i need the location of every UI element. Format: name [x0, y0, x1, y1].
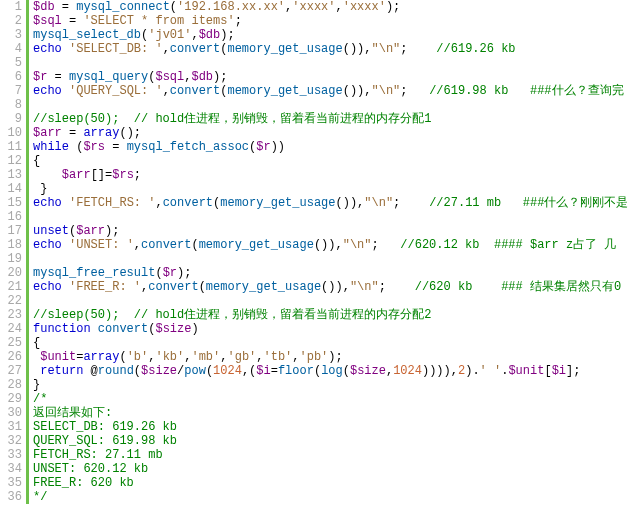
code-line: 25{: [0, 336, 628, 350]
token-k: array: [83, 126, 119, 140]
code-line: 26 $unit=array('b','kb','mb','gb','tb','…: [0, 350, 628, 364]
line-number: 14: [0, 182, 26, 196]
code-content: FREE_R: 620 kb: [29, 476, 628, 490]
code-line: 12{: [0, 154, 628, 168]
code-line: 29/*: [0, 392, 628, 406]
token-p: ,: [134, 238, 141, 252]
token-p: (: [191, 238, 198, 252]
code-content: unset($arr);: [29, 224, 628, 238]
line-number: 28: [0, 378, 26, 392]
code-content: $unit=array('b','kb','mb','gb','tb','pb'…: [29, 350, 628, 364]
token-v: $db: [199, 28, 221, 42]
token-s: "\n": [364, 196, 393, 210]
line-number: 21: [0, 280, 26, 294]
line-number: 29: [0, 392, 26, 406]
token-v: $size: [155, 322, 191, 336]
token-v: $sql: [155, 70, 184, 84]
code-content: echo 'SELECT_DB: ',convert(memory_get_us…: [29, 42, 628, 56]
token-p: );: [220, 28, 234, 42]
line-number: 32: [0, 434, 26, 448]
token-v: $size: [141, 364, 177, 378]
token-c: QUERY_SQL: 619.98 kb: [33, 434, 177, 448]
token-f: memory_get_usage: [227, 42, 342, 56]
token-c: //620 kb ### 结果集居然只有0: [415, 280, 621, 294]
token-f: convert: [98, 322, 148, 336]
code-line: 19: [0, 252, 628, 266]
code-line: 1$db = mysql_connect('192.168.xx.xx','xx…: [0, 0, 628, 14]
token-p: ()),: [335, 196, 364, 210]
token-p: (: [155, 266, 162, 280]
token-v: $i: [256, 364, 270, 378]
token-k: echo: [33, 84, 62, 98]
token-p: =: [62, 14, 84, 28]
token-p: ,: [163, 42, 170, 56]
token-p: ,: [163, 84, 170, 98]
token-k: echo: [33, 42, 62, 56]
line-number: 18: [0, 238, 26, 252]
token-v: $r: [163, 266, 177, 280]
token-c: //sleep(50); // hold住进程，别销毁，留着看当前进程的内存分配…: [33, 308, 431, 322]
line-number: 26: [0, 350, 26, 364]
token-f: convert: [170, 42, 220, 56]
code-content: mysql_select_db('jv01',$db);: [29, 28, 628, 42]
token-p: =: [105, 140, 127, 154]
token-p: ()),: [321, 280, 350, 294]
token-k: while: [33, 140, 69, 154]
code-viewport[interactable]: 1$db = mysql_connect('192.168.xx.xx','xx…: [0, 0, 639, 506]
token-p: ;: [235, 14, 242, 28]
token-c: 返回结果如下:: [33, 406, 112, 420]
code-content: $sql = 'SELECT * from items';: [29, 14, 628, 28]
token-p: ()),: [314, 238, 343, 252]
code-content: FETCH_RS: 27.11 mb: [29, 448, 628, 462]
code-content: }: [29, 378, 628, 392]
token-p: []=: [91, 168, 113, 182]
token-s: 'QUERY_SQL: ': [69, 84, 163, 98]
token-f: log: [321, 364, 343, 378]
token-f: memory_get_usage: [227, 84, 342, 98]
token-c: /*: [33, 392, 47, 406]
token-p: ,(: [242, 364, 256, 378]
token-s: 'b': [127, 350, 149, 364]
code-line: 2$sql = 'SELECT * from items';: [0, 14, 628, 28]
code-content: $r = mysql_query($sql,$db);: [29, 70, 628, 84]
code-line: 34UNSET: 620.12 kb: [0, 462, 628, 476]
line-number: 11: [0, 140, 26, 154]
token-c: //sleep(50); // hold住进程，别销毁，留着看当前进程的内存分配…: [33, 112, 431, 126]
token-v: $arr: [33, 126, 62, 140]
token-f: mysql_query: [69, 70, 148, 84]
line-number: 24: [0, 322, 26, 336]
code-content: echo 'UNSET: ',convert(memory_get_usage(…: [29, 238, 628, 252]
token-s: 'xxxx': [343, 0, 386, 14]
token-c: SELECT_DB: 619.26 kb: [33, 420, 177, 434]
token-v: $db: [191, 70, 213, 84]
code-line: 8: [0, 98, 628, 112]
token-p: =: [55, 0, 77, 14]
line-number: 33: [0, 448, 26, 462]
token-k: echo: [33, 196, 62, 210]
token-s: "\n": [350, 280, 379, 294]
code-content: /*: [29, 392, 628, 406]
line-number: 7: [0, 84, 26, 98]
code-content: $db = mysql_connect('192.168.xx.xx','xxx…: [29, 0, 628, 14]
token-s: 'pb': [300, 350, 329, 364]
line-number: 2: [0, 14, 26, 28]
token-f: mysql_select_db: [33, 28, 141, 42]
token-p: [62, 280, 69, 294]
token-f: round: [98, 364, 134, 378]
code-content: {: [29, 336, 628, 350]
token-p: [33, 168, 62, 182]
token-p: [62, 196, 69, 210]
token-p: ,: [256, 350, 263, 364]
token-p: )))),: [422, 364, 458, 378]
token-s: "\n": [372, 84, 401, 98]
code-line: 30返回结果如下:: [0, 406, 628, 420]
token-p: (: [119, 350, 126, 364]
code-line: 24function convert($size): [0, 322, 628, 336]
line-number: 34: [0, 462, 26, 476]
code-content: //sleep(50); // hold住进程，别销毁，留着看当前进程的内存分配…: [29, 112, 628, 126]
line-number: 3: [0, 28, 26, 42]
token-k: unset: [33, 224, 69, 238]
token-p: ,: [336, 0, 343, 14]
line-number: 35: [0, 476, 26, 490]
token-p: (: [134, 364, 141, 378]
